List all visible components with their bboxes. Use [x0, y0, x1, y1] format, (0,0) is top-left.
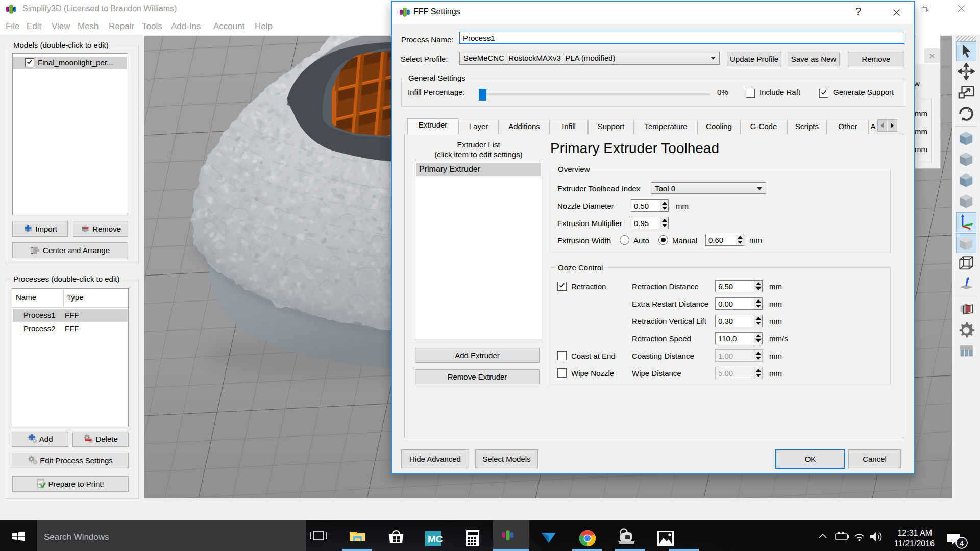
svg-text:Search Windows: Search Windows	[44, 532, 109, 542]
svg-text:11/21/2016: 11/21/2016	[894, 539, 935, 548]
svg-text:4: 4	[960, 539, 964, 547]
svg-text:MC: MC	[428, 534, 443, 544]
svg-text:12:31 AM: 12:31 AM	[897, 529, 932, 537]
